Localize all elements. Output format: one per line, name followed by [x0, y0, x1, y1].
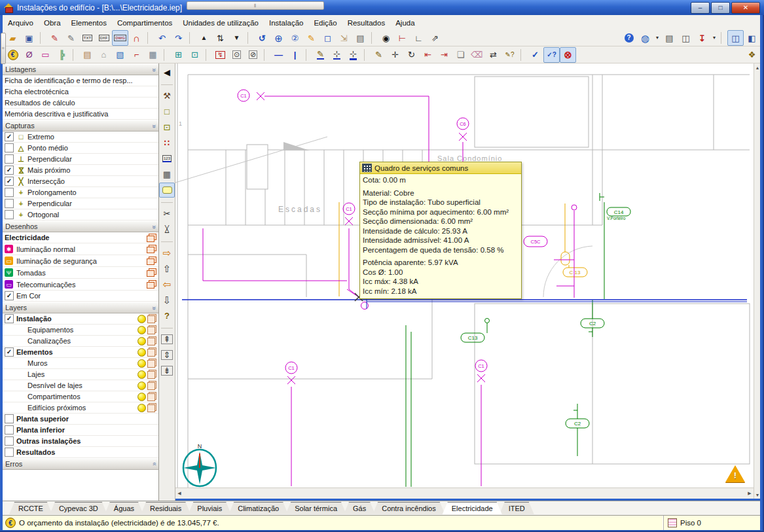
- layer-3d-icon[interactable]: [147, 404, 155, 412]
- floor-above-button[interactable]: ⇞: [159, 332, 175, 347]
- close-button[interactable]: ✕: [731, 2, 760, 14]
- layer-row[interactable]: ✓ Planta inferior: [3, 425, 158, 436]
- search-element-button[interactable]: ◉: [378, 30, 394, 46]
- save-button[interactable]: ▣: [21, 30, 37, 46]
- desenho-item[interactable]: ▭ Iluminação de segurança: [3, 255, 158, 267]
- pens-gray-button[interactable]: ✎: [63, 30, 79, 46]
- customize-toolbar-button[interactable]: ❖: [744, 47, 760, 63]
- layer-3d-icon[interactable]: [147, 371, 155, 379]
- layer-3d-icon[interactable]: [147, 382, 155, 390]
- maximize-button[interactable]: □: [711, 2, 730, 14]
- copy-button[interactable]: ❏: [452, 47, 469, 63]
- polygon-button[interactable]: □: [159, 104, 175, 119]
- floor-down-button[interactable]: ▼: [228, 30, 245, 46]
- rotate-button[interactable]: ↻: [403, 47, 420, 63]
- layer-row[interactable]: ✓ Equipamentos: [3, 325, 158, 336]
- module-tab[interactable]: RCCTE: [9, 502, 52, 514]
- module-tab[interactable]: Águas: [105, 502, 143, 514]
- floor-step-button[interactable]: ⌐: [128, 47, 145, 63]
- menu-item[interactable]: Obra: [39, 16, 66, 30]
- horizontal-scrollbar[interactable]: ◀ ▶: [175, 488, 754, 499]
- checkbox[interactable]: ✓: [5, 166, 14, 175]
- open-button[interactable]: ▰: [5, 30, 21, 46]
- grid-button[interactable]: ▦: [159, 167, 175, 182]
- pan-right-button[interactable]: ⇨: [159, 245, 175, 260]
- vertical-scroll-thumb[interactable]: ≡: [1, 33, 6, 64]
- checkbox[interactable]: ✓: [5, 414, 14, 423]
- undo-button[interactable]: ↶: [154, 30, 170, 46]
- dxf-dwg-template-button[interactable]: DWG: [112, 30, 128, 46]
- redraw-button[interactable]: ✎: [303, 30, 319, 46]
- checkbox[interactable]: ✓: [5, 177, 14, 186]
- scroll-right-icon[interactable]: ▶: [746, 488, 754, 499]
- erase-button[interactable]: ⌫: [469, 47, 485, 63]
- layers-icon[interactable]: [147, 270, 155, 277]
- captura-item[interactable]: ✓ ⊥ Perpendicular: [3, 154, 158, 165]
- line-horizontal-button[interactable]: —: [270, 47, 287, 63]
- em-cor-row[interactable]: ✓ Em Cor: [3, 291, 158, 302]
- snap-point-button[interactable]: ⊡: [159, 120, 175, 135]
- checkbox[interactable]: ✓: [5, 143, 14, 152]
- layers-icon[interactable]: [147, 247, 155, 253]
- layer-3d-icon[interactable]: [147, 349, 155, 357]
- tools-button[interactable]: ⚒: [159, 88, 175, 103]
- checkbox[interactable]: ✓: [5, 436, 14, 446]
- checkbox[interactable]: ✓: [5, 132, 14, 141]
- snapshot-button[interactable]: ◫: [678, 30, 694, 46]
- layer-3d-icon[interactable]: [147, 393, 155, 401]
- zoom-extents-button[interactable]: ⊕: [270, 30, 287, 46]
- new-element-button[interactable]: ⊞: [170, 47, 187, 63]
- listagens-item[interactable]: Ficha de identificação e termo de resp..…: [3, 75, 158, 86]
- layers-icon[interactable]: [147, 282, 155, 289]
- building-button[interactable]: ▦: [145, 47, 161, 63]
- cancel-button[interactable]: ⊗: [560, 47, 576, 63]
- collapse-panel-button[interactable]: ◀: [159, 65, 175, 80]
- checkbox[interactable]: ✓: [5, 210, 14, 219]
- menu-item[interactable]: Edição: [308, 16, 342, 30]
- web-dropdown[interactable]: ▾: [653, 30, 661, 46]
- module-tab[interactable]: Climatização: [228, 502, 288, 514]
- menu-item[interactable]: Ajuda: [390, 16, 420, 30]
- txt-export-button[interactable]: TXT: [79, 30, 96, 46]
- wall-button[interactable]: ▤: [79, 47, 96, 63]
- zoom-previous-button[interactable]: ↺: [254, 30, 270, 46]
- minimize-button[interactable]: –: [691, 2, 710, 14]
- query-edit-button[interactable]: ✎?: [501, 47, 518, 63]
- floor-current-button[interactable]: ⇕: [159, 347, 175, 363]
- checkbox[interactable]: ✓: [5, 314, 14, 323]
- budget-button[interactable]: €: [5, 47, 21, 63]
- menu-item[interactable]: Compartimentos: [112, 16, 177, 30]
- checkbox[interactable]: ✓: [5, 347, 14, 357]
- dimension-out-button[interactable]: ⇥: [436, 47, 452, 63]
- checkbox[interactable]: ✓: [5, 448, 14, 457]
- check-query-button[interactable]: ✓?: [543, 47, 560, 63]
- layer-row[interactable]: ✓ Edifícios próximos: [3, 402, 158, 414]
- module-tab[interactable]: Residuais: [141, 502, 191, 514]
- zoom-double-button[interactable]: ②: [287, 30, 303, 46]
- captura-item[interactable]: ✓ △ Ponto médio: [3, 143, 158, 154]
- panel-button[interactable]: ↯: [212, 47, 228, 63]
- vertical-scrollbar[interactable]: ▲ ▼: [754, 63, 760, 499]
- layer-row[interactable]: ✓ Elementos: [3, 347, 158, 358]
- snap-magnet-button[interactable]: ∩: [128, 30, 145, 46]
- diameter-button[interactable]: Ø: [21, 47, 37, 63]
- captura-item[interactable]: ✓ ⋈ Mais próximo: [3, 165, 158, 176]
- comment-balloon-button[interactable]: [159, 183, 175, 198]
- checkbox[interactable]: ✓: [5, 199, 14, 208]
- section-listagens-header[interactable]: Listagens ››: [3, 63, 158, 75]
- move-node-button[interactable]: ⊹: [329, 47, 345, 63]
- layer-row[interactable]: ✓ Muros: [3, 358, 158, 369]
- floor-plan-canvas[interactable]: Escadas Sala Condomínio 1 C 13: [175, 63, 754, 488]
- layer-3d-icon[interactable]: [147, 327, 155, 334]
- edit-button[interactable]: ✎: [371, 47, 387, 63]
- scroll-left-icon[interactable]: ◀: [175, 488, 183, 499]
- layer-row[interactable]: ✓ Lajes: [3, 369, 158, 380]
- help-button[interactable]: ?: [621, 30, 637, 46]
- layer-color-icon[interactable]: [137, 337, 146, 346]
- layer-color-icon[interactable]: [137, 326, 146, 334]
- section-erros-header[interactable]: Erros ››: [3, 458, 158, 470]
- pens-color-button[interactable]: ✎: [46, 30, 63, 46]
- pan-left-button[interactable]: ⇦: [159, 277, 175, 292]
- coordinates-button[interactable]: ⊢: [394, 30, 410, 46]
- print-drawing-button[interactable]: ▤: [352, 30, 369, 46]
